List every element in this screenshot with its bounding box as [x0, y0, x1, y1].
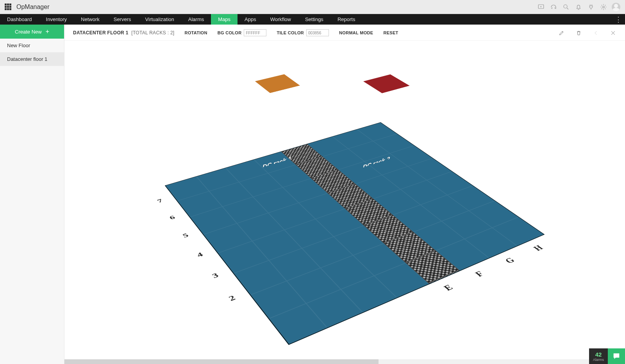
nav-apps[interactable]: Apps: [238, 14, 263, 25]
reset-button[interactable]: RESET: [383, 30, 398, 35]
nav-virtualization[interactable]: Virtualization: [138, 14, 181, 25]
bell-icon[interactable]: [573, 2, 584, 12]
alarm-count-badge[interactable]: 42 Alarms: [589, 348, 608, 364]
brand-title: OpManager: [16, 4, 50, 11]
row-label: 4: [195, 251, 204, 259]
nav-workflow[interactable]: Workflow: [263, 14, 298, 25]
alarm-count: 42: [595, 351, 602, 358]
row-label: 5: [181, 232, 190, 239]
bgcolor-label: BG COLOR: [218, 30, 242, 35]
col-label: E: [441, 283, 455, 293]
nav-more-icon[interactable]: ⋮: [615, 14, 622, 25]
col-label: H: [531, 244, 545, 252]
rotation-button[interactable]: ROTATION: [185, 30, 207, 35]
chat-icon[interactable]: [608, 348, 625, 364]
edit-icon[interactable]: [558, 29, 565, 36]
main-nav: Dashboard Inventory Network Servers Virt…: [0, 14, 625, 25]
floor-toolbar: DATACENTER FLOOR 1 [TOTAL RACKS : 2] ROT…: [64, 25, 625, 41]
prev-icon: [592, 29, 599, 36]
floor-title: DATACENTER FLOOR 1 [TOTAL RACKS : 2]: [73, 30, 175, 36]
row-label: 2: [227, 294, 237, 303]
nav-servers[interactable]: Servers: [107, 14, 138, 25]
tilecolor-input[interactable]: [306, 29, 329, 36]
plus-icon: +: [46, 28, 49, 35]
nav-alarms[interactable]: Alarms: [181, 14, 211, 25]
trash-icon[interactable]: [575, 29, 582, 36]
nav-reports[interactable]: Reports: [330, 14, 362, 25]
alarm-label: Alarms: [593, 358, 604, 362]
horizontal-scrollbar[interactable]: [64, 359, 625, 364]
gear-icon[interactable]: [598, 2, 609, 12]
headset-icon[interactable]: [548, 2, 559, 12]
bgcolor-input[interactable]: [244, 29, 266, 36]
nav-dashboard[interactable]: Dashboard: [0, 14, 39, 25]
row-label: 3: [210, 272, 220, 280]
sidebar-item-new-floor[interactable]: New Floor: [0, 39, 64, 52]
sidebar: Create New + New Floor Datacenter floor …: [0, 25, 64, 364]
row-label: 7: [156, 198, 164, 204]
plug-icon[interactable]: [586, 2, 596, 12]
row-label: 6: [168, 214, 177, 221]
close-icon[interactable]: [609, 29, 616, 36]
search-icon[interactable]: [561, 2, 571, 12]
create-new-label: Create New: [15, 29, 42, 35]
nav-network[interactable]: Network: [74, 14, 107, 25]
svg-point-2: [603, 6, 605, 8]
nav-settings[interactable]: Settings: [298, 14, 330, 25]
svg-point-1: [564, 5, 567, 8]
col-label: G: [503, 256, 517, 265]
col-label: F: [473, 270, 486, 278]
present-icon[interactable]: [536, 2, 546, 12]
nav-inventory[interactable]: Inventory: [39, 14, 74, 25]
sidebar-item-datacenter-floor-1[interactable]: Datacenter floor 1: [0, 52, 64, 66]
user-avatar-icon[interactable]: [612, 3, 620, 11]
tilecolor-label: TILE COLOR: [277, 30, 304, 35]
floor-canvas[interactable]: 7 6 5 4 3 2 E F G H: [64, 41, 625, 364]
nav-maps[interactable]: Maps: [211, 14, 238, 25]
create-new-button[interactable]: Create New +: [0, 25, 64, 39]
normal-mode-button[interactable]: NORMAL MODE: [339, 30, 373, 35]
apps-grid-icon[interactable]: [5, 4, 12, 11]
